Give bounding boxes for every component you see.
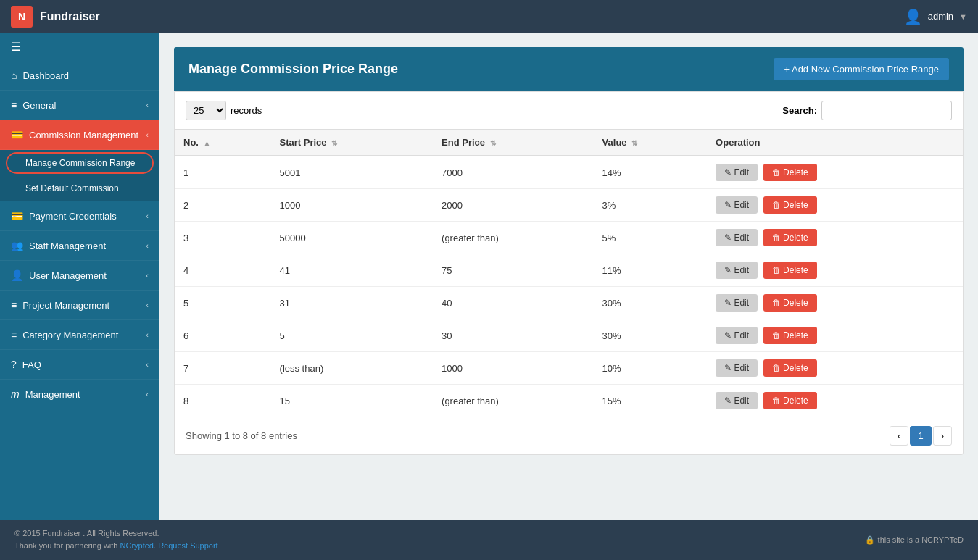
sidebar-item-label: Staff Management — [29, 241, 106, 251]
sidebar-item-user[interactable]: 👤 User Management ‹ — [0, 261, 159, 291]
cell-no: 7 — [175, 352, 271, 385]
sidebar-item-management[interactable]: m Management ‹ — [0, 380, 159, 409]
cell-value: 3% — [594, 189, 708, 222]
sidebar-item-payment[interactable]: 💳 Payment Credentials ‹ — [0, 201, 159, 231]
sidebar-toggle-button[interactable]: ☰ — [0, 33, 159, 61]
sidebar-item-label: User Management — [29, 270, 107, 281]
end-price-sort-icon[interactable]: ⇅ — [490, 139, 496, 147]
edit-button[interactable]: ✎ Edit — [716, 164, 758, 181]
sidebar-item-label: Commission Management — [29, 130, 138, 141]
cell-value: 11% — [594, 254, 708, 287]
delete-button[interactable]: 🗑 Delete — [763, 196, 817, 214]
sidebar-item-staff[interactable]: 👥 Staff Management ‹ — [0, 231, 159, 261]
sidebar-submenu-manage-commission[interactable]: Manage Commission Range — [6, 152, 154, 174]
sidebar-item-general[interactable]: ≡ General ‹ — [0, 91, 159, 120]
add-commission-button[interactable]: + Add New Commission Price Range — [774, 58, 949, 80]
cell-operation: ✎ Edit 🗑 Delete — [707, 222, 963, 254]
faq-chevron-icon: ‹ — [146, 360, 149, 369]
delete-button[interactable]: 🗑 Delete — [763, 229, 817, 246]
sidebar-item-faq[interactable]: ? FAQ ‹ — [0, 350, 159, 380]
category-icon: ≡ — [11, 329, 17, 340]
prev-page-button[interactable]: ‹ — [890, 426, 908, 446]
cell-no: 3 — [175, 222, 271, 254]
cell-value: 10% — [594, 352, 708, 385]
start-price-sort-icon[interactable]: ⇅ — [331, 139, 337, 147]
project-icon: ≡ — [11, 299, 17, 311]
sidebar-item-commission[interactable]: 💳 Commission Management ‹ — [0, 120, 159, 150]
edit-button[interactable]: ✎ Edit — [716, 392, 758, 409]
set-default-label: Set Default Commission — [25, 183, 119, 193]
sidebar-item-label: Project Management — [22, 300, 109, 311]
footer-partner: Thank you for partnering with NCrypted. … — [14, 540, 218, 553]
footer-ncrypted-link[interactable]: NCrypted — [120, 541, 154, 550]
edit-button[interactable]: ✎ Edit — [716, 359, 758, 377]
table-row: 3 50000 (greater than) 5% ✎ Edit 🗑 Delet… — [175, 222, 963, 254]
cell-operation: ✎ Edit 🗑 Delete — [707, 189, 963, 222]
delete-button[interactable]: 🗑 Delete — [763, 164, 817, 181]
topbar-chevron-icon[interactable]: ▼ — [959, 12, 967, 21]
edit-button[interactable]: ✎ Edit — [716, 196, 758, 214]
edit-button[interactable]: ✎ Edit — [716, 229, 758, 246]
delete-button[interactable]: 🗑 Delete — [763, 392, 817, 409]
col-start-price: Start Price ⇅ — [271, 130, 434, 156]
general-chevron-icon: ‹ — [146, 101, 149, 109]
table-row: 6 5 30 30% ✎ Edit 🗑 Delete — [175, 319, 963, 352]
search-input[interactable] — [821, 101, 952, 120]
pagination: ‹ 1 › — [890, 426, 952, 446]
content-area: Manage Commission Price Range + Add New … — [159, 33, 978, 520]
col-end-price: End Price ⇅ — [433, 130, 594, 156]
cell-start-price: 1000 — [271, 189, 434, 222]
search-control: Search: — [782, 101, 952, 120]
sidebar-submenu-set-default[interactable]: Set Default Commission — [0, 176, 159, 201]
footer-support-link[interactable]: Request Support — [158, 541, 218, 550]
sidebar: ☰ ⌂ Dashboard ≡ General ‹ 💳 Commission M… — [0, 33, 159, 520]
payment-chevron-icon: ‹ — [146, 212, 149, 220]
management-chevron-icon: ‹ — [146, 390, 149, 398]
delete-button[interactable]: 🗑 Delete — [763, 262, 817, 279]
page-header: Manage Commission Price Range + Add New … — [174, 47, 964, 91]
cell-operation: ✎ Edit 🗑 Delete — [707, 319, 963, 352]
footer-left: © 2015 Fundraiser . All Rights Reserved.… — [14, 527, 218, 553]
no-sort-icon[interactable]: ▲ — [204, 139, 211, 147]
topbar-username[interactable]: admin — [928, 11, 953, 22]
table-row: 2 1000 2000 3% ✎ Edit 🗑 Delete — [175, 189, 963, 222]
delete-button[interactable]: 🗑 Delete — [763, 359, 817, 377]
next-page-button[interactable]: › — [933, 426, 952, 446]
page-1-button[interactable]: 1 — [910, 426, 931, 446]
sidebar-item-dashboard[interactable]: ⌂ Dashboard — [0, 61, 159, 91]
cell-end-price: (greater than) — [433, 222, 594, 254]
table-row: 4 41 75 11% ✎ Edit 🗑 Delete — [175, 254, 963, 287]
cell-no: 5 — [175, 287, 271, 319]
project-chevron-icon: ‹ — [146, 301, 149, 309]
value-sort-icon[interactable]: ⇅ — [631, 139, 637, 147]
edit-button[interactable]: ✎ Edit — [716, 294, 758, 312]
table-row: 1 5001 7000 14% ✎ Edit 🗑 Delete — [175, 156, 963, 189]
edit-button[interactable]: ✎ Edit — [716, 327, 758, 344]
sidebar-item-category[interactable]: ≡ Category Management ‹ — [0, 320, 159, 350]
cell-operation: ✎ Edit 🗑 Delete — [707, 385, 963, 417]
sidebar-item-label: Payment Credentials — [29, 211, 117, 222]
cell-start-price: 41 — [271, 254, 434, 287]
cell-start-price: 5001 — [271, 156, 434, 189]
footer-badge-text: this site is a NCRYPTeD — [878, 535, 964, 544]
delete-button[interactable]: 🗑 Delete — [763, 294, 817, 312]
staff-icon: 👥 — [11, 240, 23, 251]
topbar-left: N Fundraiser — [11, 6, 100, 28]
staff-chevron-icon: ‹ — [146, 241, 149, 250]
user-chevron-icon: ‹ — [146, 271, 149, 280]
dashboard-icon: ⌂ — [11, 70, 17, 81]
edit-button[interactable]: ✎ Edit — [716, 262, 758, 279]
cell-value: 5% — [594, 222, 708, 254]
page-title: Manage Commission Price Range — [188, 62, 398, 77]
commission-chevron-icon: ‹ — [146, 130, 149, 139]
cell-end-price: 40 — [433, 287, 594, 319]
col-operation: Operation — [707, 130, 963, 156]
cell-start-price: 50000 — [271, 222, 434, 254]
records-per-page-select[interactable]: 25 50 100 — [186, 101, 226, 120]
delete-button[interactable]: 🗑 Delete — [763, 327, 817, 344]
sidebar-item-project[interactable]: ≡ Project Management ‹ — [0, 291, 159, 320]
col-no: No. ▲ — [175, 130, 271, 156]
records-label: records — [231, 105, 262, 116]
cell-operation: ✎ Edit 🗑 Delete — [707, 352, 963, 385]
management-icon: m — [11, 388, 20, 400]
